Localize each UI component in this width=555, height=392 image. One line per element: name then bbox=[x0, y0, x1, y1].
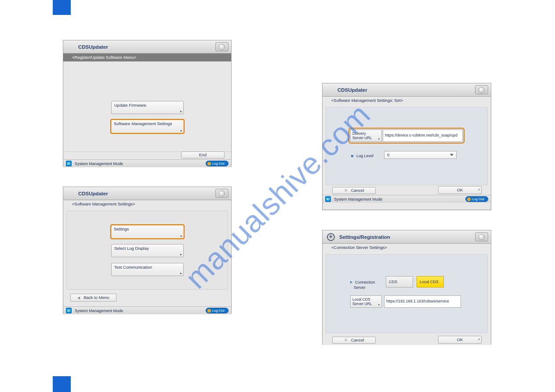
cancel-button[interactable]: ✕Cancel bbox=[332, 337, 376, 344]
back-arrow-icon: ◀ bbox=[77, 296, 80, 300]
mode-label: System Management Mode bbox=[75, 307, 123, 315]
titlebar: CDSUpdater bbox=[323, 83, 491, 97]
titlebar: Settings/Registration bbox=[323, 230, 491, 244]
update-firmware-button[interactable]: Update Firmware ▸ bbox=[111, 101, 184, 114]
ok-button[interactable]: OK ↲ bbox=[438, 336, 482, 344]
button-label: Update Firmware bbox=[114, 103, 146, 108]
loglevel-label: Log Level bbox=[356, 154, 374, 158]
mode-label: System Management Mode bbox=[75, 160, 123, 168]
titlebar: CDSUpdater bbox=[63, 40, 231, 54]
button-label: Settings bbox=[114, 227, 129, 231]
label-line1: Delivery bbox=[352, 131, 366, 136]
app-title: CDSUpdater bbox=[337, 83, 367, 97]
breadcrumb: <Software Management Settings: Set> bbox=[323, 97, 491, 104]
globe-icon bbox=[219, 191, 225, 197]
globe-icon bbox=[479, 234, 485, 240]
id-badge-icon: ID bbox=[325, 196, 331, 202]
dropdown-value: 0 bbox=[387, 152, 389, 157]
delivery-url-field[interactable]: https://device.c-cdsknn.net/cds_soap/upd bbox=[383, 129, 463, 142]
status-footer: ID System Management Mode Log Out bbox=[63, 306, 231, 314]
label-line1: Local CDS bbox=[352, 297, 370, 302]
close-icon: ✕ bbox=[344, 188, 348, 193]
cancel-button[interactable]: ✕Cancel bbox=[332, 187, 376, 194]
panel-software-mgmt-settings: CDSUpdater <Software Management Settings… bbox=[63, 187, 232, 314]
bullet-icon bbox=[351, 155, 353, 157]
select-log-display-button[interactable]: Select Log Display ▸ bbox=[111, 244, 184, 257]
chevron-right-icon: ▸ bbox=[181, 234, 182, 238]
loglevel-dropdown[interactable]: 0 bbox=[384, 151, 457, 159]
status-footer: ID System Management Mode Log Out bbox=[323, 195, 491, 203]
button-label: Select Log Display bbox=[114, 246, 149, 251]
language-button[interactable] bbox=[475, 232, 488, 241]
label-line2: Server URL bbox=[352, 302, 372, 306]
delivery-url-button[interactable]: Delivery Server URL ▸ bbox=[350, 129, 382, 142]
button-label: Cancel bbox=[351, 188, 364, 193]
back-button[interactable]: ◀ Back to Menu bbox=[70, 294, 116, 302]
option-cds[interactable]: CDS bbox=[386, 276, 413, 288]
button-label: OK bbox=[457, 337, 463, 342]
logout-button[interactable]: Log Out bbox=[206, 308, 229, 313]
language-button[interactable] bbox=[215, 42, 229, 51]
mode-label: System Management Mode bbox=[334, 195, 382, 203]
language-button[interactable] bbox=[215, 189, 229, 198]
end-button[interactable]: End bbox=[181, 151, 225, 158]
chevron-right-icon: ▸ bbox=[180, 109, 182, 113]
logout-button[interactable]: Log Out bbox=[465, 196, 488, 202]
button-label: Back to Menu bbox=[83, 295, 109, 300]
panel-connection-server: Settings/Registration <Connection Server… bbox=[322, 230, 491, 345]
app-title: CDSUpdater bbox=[78, 187, 108, 200]
connection-server-label: Connection Server bbox=[350, 279, 377, 290]
label-line1: Connection bbox=[355, 280, 375, 284]
test-communication-button[interactable]: Test Communication ▸ bbox=[111, 263, 184, 276]
panel-settings-set: CDSUpdater <Software Management Settings… bbox=[322, 83, 491, 210]
local-url-field[interactable]: https://192.168.1.163/cdsws/service bbox=[384, 295, 461, 308]
close-icon: ✕ bbox=[344, 338, 348, 342]
button-label: OK bbox=[457, 187, 463, 192]
local-url-button[interactable]: Local CDS Server URL ▸ bbox=[350, 295, 382, 308]
enter-icon: ↲ bbox=[478, 336, 480, 343]
button-label: Cancel bbox=[351, 338, 364, 342]
id-badge-icon: ID bbox=[66, 308, 72, 313]
titlebar: CDSUpdater bbox=[63, 187, 231, 200]
label-line2: Server bbox=[354, 285, 366, 290]
breadcrumb: <Connection Server Settings> bbox=[323, 244, 491, 252]
enter-icon: ↲ bbox=[478, 186, 480, 193]
delivery-url-group: Delivery Server URL ▸ https://device.c-c… bbox=[348, 128, 464, 144]
bullet-icon bbox=[350, 281, 352, 284]
decorative-block-bottom bbox=[53, 376, 71, 392]
chevron-right-icon: ▸ bbox=[378, 137, 380, 141]
option-local-cds[interactable]: Local CDS bbox=[417, 276, 444, 288]
app-title: CDSUpdater bbox=[78, 40, 108, 54]
panel-register-update-menu: CDSUpdater <Register/Update Software Men… bbox=[63, 40, 232, 167]
label-line2: Server URL bbox=[352, 136, 372, 140]
connection-server-options: CDS Local CDS bbox=[386, 276, 444, 288]
status-footer: ID System Management Mode Log Out bbox=[63, 159, 231, 167]
breadcrumb: <Software Management Settings> bbox=[63, 200, 231, 208]
button-label: Software Management Settings bbox=[114, 121, 172, 126]
id-badge-icon: ID bbox=[66, 161, 72, 166]
chevron-right-icon: ▸ bbox=[181, 129, 182, 133]
globe-icon bbox=[219, 44, 225, 50]
breadcrumb: <Register/Update Software Menu> bbox=[63, 54, 231, 61]
logout-button[interactable]: Log Out bbox=[206, 161, 229, 166]
loglevel-row: Log Level bbox=[351, 153, 374, 158]
app-title: Settings/Registration bbox=[339, 230, 390, 244]
ok-button[interactable]: OK ↲ bbox=[438, 186, 482, 194]
software-mgmt-settings-button[interactable]: Software Management Settings ▸ bbox=[110, 119, 185, 134]
chevron-right-icon: ▸ bbox=[378, 302, 380, 307]
language-button[interactable] bbox=[475, 85, 488, 94]
chevron-right-icon: ▸ bbox=[180, 271, 182, 275]
button-label: Test Communication bbox=[114, 265, 152, 270]
globe-icon bbox=[479, 87, 485, 93]
chevron-down-icon bbox=[450, 154, 453, 156]
settings-button[interactable]: Settings ▸ bbox=[110, 224, 185, 239]
local-url-group: Local CDS Server URL ▸ https://192.168.1… bbox=[350, 295, 461, 308]
gear-icon bbox=[327, 233, 335, 241]
chevron-right-icon: ▸ bbox=[180, 252, 182, 256]
decorative-block-top bbox=[53, 0, 71, 15]
